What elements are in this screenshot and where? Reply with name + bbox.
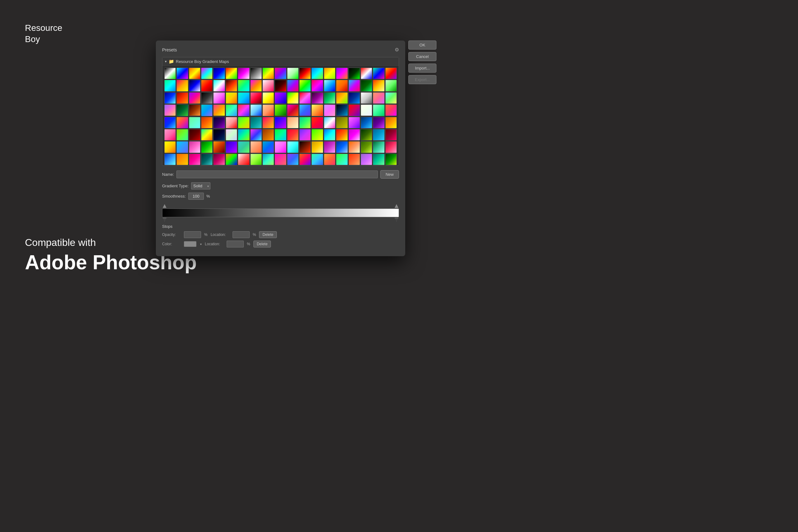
gradient-swatch[interactable] [287,104,299,116]
gradient-swatch[interactable] [274,141,286,153]
gradient-swatch[interactable] [287,92,299,104]
opacity-location-input[interactable] [232,231,250,238]
gradient-swatch[interactable] [164,104,176,116]
gradient-swatch[interactable] [348,68,360,79]
gradient-swatch[interactable] [189,154,201,165]
gradient-swatch[interactable] [361,154,372,165]
gradient-swatch[interactable] [287,154,299,165]
gradient-swatch[interactable] [324,154,336,165]
gradient-swatch[interactable] [373,117,384,128]
gradient-swatch[interactable] [324,80,336,91]
gradient-swatch[interactable] [361,141,372,153]
gradient-swatch[interactable] [201,141,213,153]
color-dropdown-icon[interactable]: ▾ [200,243,202,246]
stop-handle-top-left[interactable] [163,204,167,208]
gradient-swatch[interactable] [201,154,213,165]
gradient-swatch[interactable] [361,117,372,128]
gradient-swatch[interactable] [385,154,397,165]
gradient-swatch[interactable] [385,129,397,140]
gradient-swatch[interactable] [311,117,323,128]
folder-row[interactable]: ▾ 📁 Resource Boy Gradient Maps [163,57,399,66]
gradient-swatch[interactable] [361,68,372,79]
gradient-swatch[interactable] [274,129,286,140]
gradient-swatch[interactable] [213,117,225,128]
export-button[interactable]: Export... [408,75,436,84]
ok-button[interactable]: OK [408,40,436,50]
gradient-swatch[interactable] [311,68,323,79]
gradient-swatch[interactable] [263,154,274,165]
gradient-swatch[interactable] [274,154,286,165]
gradient-swatch[interactable] [373,104,384,116]
gradient-swatch[interactable] [176,129,188,140]
gradient-swatch[interactable] [361,92,372,104]
gradient-swatch[interactable] [250,117,262,128]
gradient-swatch[interactable] [299,154,311,165]
gradient-swatch[interactable] [373,154,384,165]
gradient-swatch[interactable] [201,92,213,104]
gradient-swatch[interactable] [299,141,311,153]
gradient-swatch[interactable] [299,68,311,79]
gradient-swatch[interactable] [250,141,262,153]
color-delete-button[interactable]: Delete [253,241,271,247]
gradient-swatch[interactable] [274,117,286,128]
gradient-type-select[interactable]: Solid Noise [191,182,210,189]
gradient-swatch[interactable] [348,104,360,116]
gradient-swatch[interactable] [176,68,188,79]
gradient-swatch[interactable] [348,117,360,128]
gradient-swatch[interactable] [324,117,336,128]
gradient-swatch[interactable] [348,80,360,91]
gradient-swatch[interactable] [299,80,311,91]
gear-icon[interactable]: ⚙ [395,47,399,53]
gradient-swatch[interactable] [238,80,249,91]
gradient-swatch[interactable] [226,104,237,116]
gradient-swatch[interactable] [213,129,225,140]
gradient-swatch[interactable] [176,154,188,165]
gradient-swatch[interactable] [250,80,262,91]
gradient-swatch[interactable] [226,141,237,153]
gradient-swatch[interactable] [250,154,262,165]
gradient-swatch[interactable] [324,141,336,153]
gradient-swatch[interactable] [238,129,249,140]
gradient-swatch[interactable] [336,117,347,128]
gradient-swatch[interactable] [287,68,299,79]
gradient-swatch[interactable] [263,92,274,104]
color-swatch[interactable] [184,241,196,247]
gradient-swatch[interactable] [385,80,397,91]
gradient-swatch[interactable] [361,129,372,140]
gradient-swatch[interactable] [201,117,213,128]
import-button[interactable]: Import... [408,63,436,73]
gradient-swatch[interactable] [263,68,274,79]
gradient-swatch[interactable] [299,129,311,140]
gradient-swatch[interactable] [238,68,249,79]
gradient-swatch[interactable] [336,80,347,91]
gradient-swatch[interactable] [373,141,384,153]
gradient-swatch[interactable] [213,104,225,116]
gradient-swatch[interactable] [385,141,397,153]
gradient-swatch[interactable] [336,154,347,165]
gradient-swatch[interactable] [238,141,249,153]
gradient-bar[interactable] [162,209,399,217]
gradient-swatch[interactable] [164,92,176,104]
gradient-swatch[interactable] [361,104,372,116]
gradient-swatch[interactable] [348,154,360,165]
gradient-swatch[interactable] [164,154,176,165]
gradient-swatch[interactable] [226,92,237,104]
gradient-swatch[interactable] [201,129,213,140]
gradient-swatch[interactable] [324,68,336,79]
gradient-swatch[interactable] [311,129,323,140]
gradient-swatch[interactable] [287,80,299,91]
gradient-swatch[interactable] [373,68,384,79]
gradient-swatch[interactable] [274,104,286,116]
gradient-swatch[interactable] [189,92,201,104]
gradient-swatch[interactable] [263,141,274,153]
color-location-input[interactable] [227,241,244,247]
gradient-swatch[interactable] [189,68,201,79]
gradient-swatch[interactable] [336,129,347,140]
gradient-swatch[interactable] [250,104,262,116]
gradient-swatch[interactable] [213,92,225,104]
gradient-swatch[interactable] [287,129,299,140]
gradient-swatch[interactable] [176,92,188,104]
gradient-swatch[interactable] [336,68,347,79]
gradient-swatch[interactable] [164,117,176,128]
gradient-swatch[interactable] [226,154,237,165]
